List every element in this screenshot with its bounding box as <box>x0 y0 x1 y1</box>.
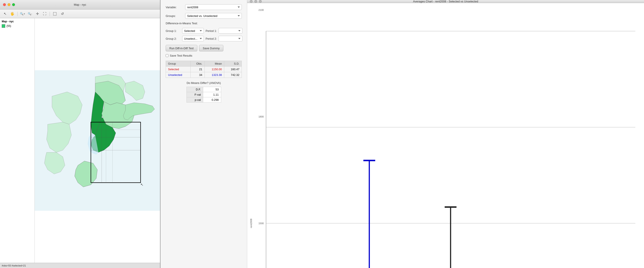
group1-select[interactable]: Selected <box>182 28 204 34</box>
groups-select[interactable]: Selected vs. Unselected <box>185 13 242 19</box>
save-dummy-button[interactable]: Save Dummy <box>199 45 223 52</box>
fullscreen-button[interactable]: ⛶ <box>42 11 48 17</box>
selected-group-link[interactable]: Selected <box>168 68 179 71</box>
map-maximize-button[interactable] <box>12 3 15 6</box>
unselected-obs: 34 <box>190 72 204 78</box>
map-window-controls <box>0 3 15 6</box>
variable-label: Variable: <box>166 6 185 9</box>
unselected-error-bar <box>364 160 375 268</box>
map-close-button[interactable] <box>3 3 6 6</box>
all-error-bar <box>445 207 457 268</box>
anova-pval-value: 0.298 <box>203 97 221 102</box>
map-title: Map - nyc <box>74 3 86 6</box>
chart-minimize-button[interactable] <box>254 0 257 3</box>
diff-in-means-header: Difference-in-Means Test: <box>166 22 242 25</box>
table-row: Selected 21 1150.00 160.47 <box>166 66 242 72</box>
chart-svg <box>266 9 635 268</box>
y-axis-labels: 900 1200 1500 1800 2100 <box>255 6 266 268</box>
chart-panel: Averages Chart - rent2008 - Selected vs … <box>247 0 644 268</box>
col-sd: S.D. <box>224 61 242 66</box>
groups-row: Groups: Selected vs. Unselected <box>166 13 242 19</box>
selected-sd: 160.47 <box>224 66 242 72</box>
unselected-sd: 742.32 <box>224 72 242 78</box>
anova-table: D.F. 53 F-val 1.11 p-val 0.298 <box>186 87 221 102</box>
svg-text:↖: ↖ <box>140 183 143 186</box>
group2-label: Group 2: <box>166 37 180 40</box>
run-diff-test-button[interactable]: Run Diff-in-Diff Test <box>166 45 197 52</box>
layer-item[interactable]: (55) <box>2 24 33 28</box>
status-text: #obs=55 #selected=21 <box>2 264 26 267</box>
unselected-group-link[interactable]: Unselected <box>168 73 182 76</box>
layer-color-swatch <box>2 24 5 28</box>
anova-pval-label: p-val <box>186 97 203 102</box>
y-label-2: 1500 <box>258 222 264 225</box>
selected-mean-link[interactable]: 1150.00 <box>212 68 222 71</box>
save-results-checkbox[interactable] <box>166 54 168 57</box>
pointer-tool-button[interactable]: ↖ <box>2 11 8 17</box>
chart-close-button[interactable] <box>250 0 252 3</box>
y-label-3: 1800 <box>258 115 264 118</box>
group1-label: Group 1: <box>166 29 180 32</box>
anova-fval-value: 1.11 <box>203 92 221 97</box>
anova-fval-label: F-val <box>186 92 203 97</box>
analysis-panel: Variable: rent2008 Groups: Selected vs. … <box>160 0 247 268</box>
chart-maximize-button[interactable] <box>259 0 262 3</box>
anova-section: Do Means Differ? (ANOVA) D.F. 53 F-val 1… <box>166 81 242 102</box>
group2-select[interactable]: Unselect... <box>182 36 204 42</box>
col-group: Group <box>166 61 190 66</box>
map-toolbar: ↖ 🖐 🔍+ 🔍- ✛ ⛶ ↺ <box>0 10 160 18</box>
group2-row: Group 2: Unselect... Period 2: <box>166 36 242 42</box>
map-title-bar: Map - nyc <box>0 0 160 10</box>
chart-title: Averages Chart - rent2008 - Selected vs … <box>413 0 478 3</box>
period1-label: Period 1: <box>206 29 217 32</box>
y-axis-title: rent2008 <box>250 218 252 228</box>
toolbar-separator-1 <box>17 12 18 16</box>
zoom-in-button[interactable]: 🔍+ <box>19 11 26 17</box>
anova-title: Do Means Differ? (ANOVA) <box>166 81 242 84</box>
action-buttons: Run Diff-in-Diff Test Save Dummy <box>166 45 242 52</box>
anova-df-value: 53 <box>203 87 221 92</box>
hand-tool-button[interactable]: 🖐 <box>9 11 16 17</box>
map-canvas[interactable]: ↖ <box>35 18 160 263</box>
variable-row: Variable: rent2008 <box>166 4 242 10</box>
col-mean: Mean <box>204 61 224 66</box>
period2-select[interactable] <box>218 36 242 42</box>
select-tool-button[interactable] <box>52 11 58 17</box>
chart-title-bar: Averages Chart - rent2008 - Selected vs … <box>247 0 644 3</box>
pan-button[interactable]: ✛ <box>34 11 40 17</box>
save-results-row: Save Test Results <box>166 54 242 57</box>
chart-window-controls <box>250 0 262 3</box>
period1-select[interactable] <box>218 28 242 34</box>
selected-obs: 21 <box>190 66 204 72</box>
table-row: Unselected 34 1323.38 742.32 <box>166 72 242 78</box>
anova-row: F-val 1.11 <box>186 92 221 97</box>
period2-label: Period 2: <box>206 37 217 40</box>
chart-body: rent2008 900 1200 1500 1800 2100 <box>247 3 644 268</box>
refresh-button[interactable]: ↺ <box>59 11 66 17</box>
save-results-label: Save Test Results <box>170 54 192 57</box>
anova-row: D.F. 53 <box>186 87 221 92</box>
map-minimize-button[interactable] <box>8 3 10 6</box>
layer-obs-count: (55) <box>6 24 11 28</box>
anova-df-label: D.F. <box>186 87 203 92</box>
stats-table: Group Obs. Mean S.D. Selected 21 1150.00 <box>166 61 242 78</box>
unselected-mean-link[interactable]: 1323.38 <box>212 73 222 76</box>
zoom-out-button[interactable]: 🔍- <box>27 11 33 17</box>
layer-panel-title: Map - nyc <box>2 20 33 23</box>
groups-label: Groups: <box>166 14 185 18</box>
col-obs: Obs. <box>190 61 204 66</box>
layer-panel: Map - nyc (55) <box>0 18 35 263</box>
group1-row: Group 1: Selected Period 1: <box>166 28 242 34</box>
chart-plot-area <box>266 6 644 268</box>
variable-select[interactable]: rent2008 <box>185 4 242 10</box>
map-status-bar: #obs=55 #selected=21 <box>0 263 160 268</box>
svg-rect-0 <box>53 12 56 16</box>
y-label-4: 2100 <box>258 9 264 11</box>
anova-row: p-val 0.298 <box>186 97 221 102</box>
map-svg: ↖ <box>35 18 160 263</box>
